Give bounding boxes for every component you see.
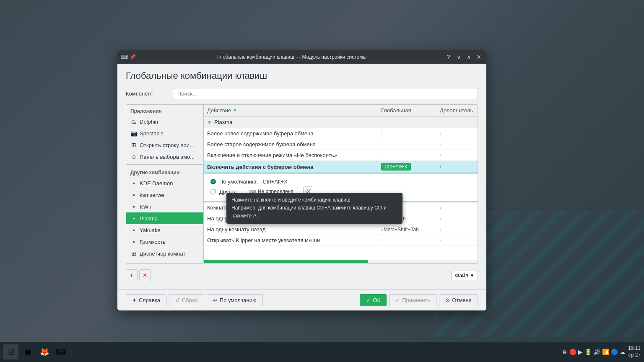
shortcut-badge: Ctrl+Alt+X [381,163,411,171]
titlebar: ⌨ 📌 Глобальные комбинации клавиш — Модул… [117,50,486,64]
time-display: 19:11 [628,345,641,352]
tooltip-line2: Например, для комбинации клавиш Ctrl+A з… [231,204,397,220]
close-button[interactable]: ✕ [475,53,483,61]
table-row[interactable]: Более новое содержимое буфера обмена › › [204,128,478,139]
shortcut-text: Meta+Shift+Tab [384,227,419,233]
table-row[interactable]: Более старое содержимое буфера обмена › … [204,139,478,150]
default-radio-row: По умолчанию: Ctrl+Alt+X [210,178,471,185]
taskbar-left: ⊞ ▣ 🦊 ⌨ [3,344,69,359]
sidebar-label-kwin: KWin [140,204,153,210]
chevron-icon: › [381,142,382,147]
usb-icon: 🔴 [569,349,576,355]
content-body: ▼ Plasma Более новое содержимое буфера о… [204,116,478,260]
sidebar-item-ksmserver[interactable]: ▪ ksmserver [126,189,203,201]
search-input[interactable] [173,88,478,99]
ksmserver-icon: ▪ [130,191,137,198]
taskbar-desktop-icon[interactable]: ▣ [20,344,35,359]
table-row[interactable]: На одну комнату назад › Meta+Shift+Tab › [204,224,478,235]
component-label: Компонент: [126,90,168,97]
cancel-label: Отмена [452,297,472,303]
scrollbar-thumb[interactable] [204,260,368,263]
sidebar-item-spectacle[interactable]: 📷 Spectacle [126,127,203,139]
reset-icon: ↺ [175,297,180,303]
sidebar-label-yakuake: Yakuake [140,227,161,233]
taskbar-keyboard-icon[interactable]: ⌨ [54,344,69,359]
sidebar-item-kde-daemon[interactable]: ▪ KDE Daemon [126,177,203,189]
action-extra: › [436,227,474,232]
content-header: Действие ▼ Глобальная Дополнитель [204,105,478,116]
help-button[interactable]: ? [444,53,453,61]
table-row[interactable]: Открывать Klipper на месте указателя мыш… [204,235,478,246]
defaults-button[interactable]: ↩ По умолчанию [207,294,263,306]
extra-chevron-icon: › [440,205,441,210]
add-button[interactable]: + [126,269,138,281]
custom-radio[interactable] [210,189,216,194]
titlebar-left-icons: ⌨ 📌 [121,54,136,60]
sidebar-item-kwin[interactable]: ▪ KWin [126,201,203,212]
default-radio-label: По умолчанию: [219,178,258,185]
taskbar-firefox-icon[interactable]: 🦊 [37,344,52,359]
col-global-header: Глобальная [378,107,436,114]
screen-icon: 🖥 [562,349,568,355]
section-title: Plasma [214,119,232,125]
sidebar-item-volume[interactable]: ▪ Громкость [126,236,203,248]
kde-daemon-icon: ▪ [130,180,137,186]
action-shortcut: › [378,153,436,158]
sidebar-item-open-run[interactable]: ⊞ Открыть строку пои... [126,139,203,151]
date-display: ср 27 [628,352,641,359]
sidebar-item-dispatcher[interactable]: ⊞ Диспетчер комнат [126,248,203,259]
sidebar-item-dolphin[interactable]: 🗂 Dolphin [126,116,203,127]
action-name-bold: Включить действия с буфером обмена [207,164,378,170]
cancel-button[interactable]: ⊘ Отмена [439,294,478,306]
default-shortcut-value: Ctrl+Alt+X [263,178,288,185]
ok-icon: ✓ [366,297,371,303]
sidebar-label-special: Специальные возм... [140,262,193,264]
help-icon: ✦ [132,297,137,303]
horizontal-scrollbar[interactable] [204,260,478,263]
titlebar-pin-icon[interactable]: 📌 [129,54,136,60]
extra-chevron-icon: › [440,142,441,147]
ok-label: ОК [373,297,380,303]
systray: 🖥 🔴 ▶ 🔋 🔊 📶 🔵 ☁ [562,349,626,355]
col-action-header: Действие ▼ [207,107,378,114]
sidebar-label-kde-daemon: KDE Daemon [140,180,173,186]
sidebar-label-dispatcher: Диспетчер комнат [140,251,185,257]
file-dropdown[interactable]: Файл ▼ [451,271,478,280]
apply-icon: ✓ [395,297,400,303]
ok-button[interactable]: ✓ ОК [360,294,387,306]
table-row-selected[interactable]: Включить действия с буфером обмена Ctrl+… [204,161,478,173]
maximize-button[interactable]: ∧ [465,53,473,61]
sidebar-item-yakuake[interactable]: ▪ Yakuake [126,224,203,236]
taskbar: ⊞ ▣ 🦊 ⌨ 🖥 🔴 ▶ 🔋 🔊 📶 🔵 ☁ 19:11 ср 27 [0,342,644,362]
sidebar-item-emoji[interactable]: ☺ Панель выбора эмо... [126,151,203,163]
sidebar-other-header: Другие комбинации [126,166,203,177]
file-label: Файл [455,272,468,279]
remove-button[interactable]: ✕ [139,269,151,281]
action-shortcut-badge: Ctrl+Alt+X [378,163,436,171]
plasma-icon: ▪ [130,215,137,222]
dropdown-arrow-icon: ▼ [470,273,474,278]
sidebar-label-ksmserver: ksmserver [140,192,165,198]
minimize-button[interactable]: ∨ [454,53,463,61]
sidebar-divider [126,164,203,165]
action-name: На одну комнату назад [207,226,378,233]
action-extra: › [436,238,474,243]
chevron-icon: › [381,227,383,232]
action-name: Более старое содержимое буфера обмена [207,141,378,147]
yakuake-icon: ▪ [130,227,137,233]
clock[interactable]: 19:11 ср 27 [628,345,641,358]
taskbar-apps-icon[interactable]: ⊞ [3,344,18,359]
content-area: Действие ▼ Глобальная Дополнитель ▼ Plas… [204,105,478,263]
section-header-plasma[interactable]: ▼ Plasma [204,116,478,128]
table-row[interactable]: Включение и отключение режима «Не беспок… [204,150,478,161]
sidebar: Приложения 🗂 Dolphin 📷 Spectacle ⊞ Откры… [126,105,204,263]
sidebar-item-special[interactable]: ● Специальные возм... [126,259,203,263]
apply-button[interactable]: ✓ Применить [389,294,436,306]
reset-button[interactable]: ↺ Сброс [169,294,204,306]
emoji-icon: ☺ [130,153,137,160]
default-radio[interactable] [210,179,216,184]
sidebar-item-plasma[interactable]: ▪ Plasma [126,212,203,224]
battery-icon: 🔋 [584,349,592,355]
bluetooth-icon: 🔵 [611,349,618,355]
help-button[interactable]: ✦ Справка [126,294,166,306]
